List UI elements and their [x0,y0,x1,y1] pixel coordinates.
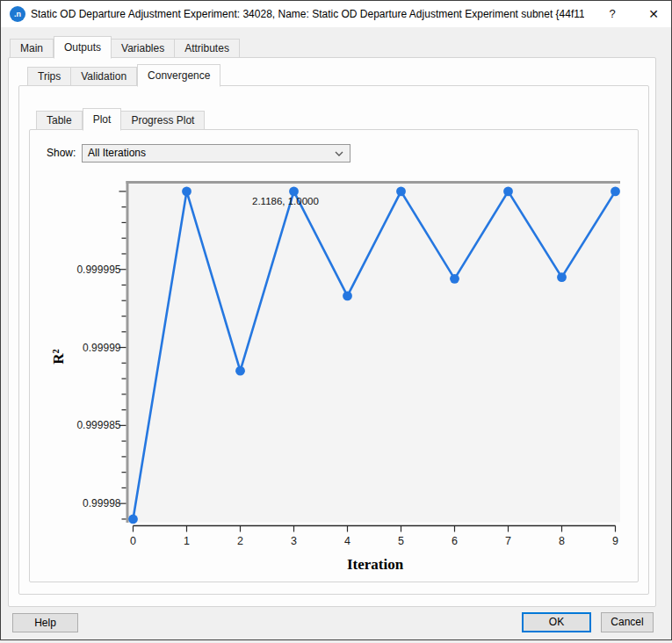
tab-bar-main: Main Outputs Variables Attributes [10,35,240,58]
show-iterations-select[interactable]: All Iterations [82,144,350,163]
help-button[interactable]: Help [12,613,78,632]
tab-validation[interactable]: Validation [71,67,137,86]
close-icon[interactable]: ✕ [637,1,670,27]
ok-button[interactable]: OK [522,612,591,632]
cancel-button[interactable]: Cancel [601,612,654,632]
tab-progress-plot[interactable]: Progress Plot [121,111,205,130]
tab-plot[interactable]: Plot [83,108,122,131]
tab-bar-convergence: Table Plot Progress Plot [36,107,205,130]
show-selected-value: All Iterations [88,147,146,159]
show-label: Show: [47,144,76,163]
window-title: Static OD Departure Adjustment Experimen… [31,1,584,27]
tab-bar-outputs: Trips Validation Convergence [27,63,220,86]
tab-variables[interactable]: Variables [112,39,175,58]
app-icon: .n [10,6,25,22]
tab-table[interactable]: Table [36,111,83,130]
plot-area[interactable] [129,184,621,523]
tab-convergence[interactable]: Convergence [137,64,220,87]
tab-trips[interactable]: Trips [27,67,71,86]
chevron-down-icon [335,151,343,156]
dialog-window: .n Static OD Departure Adjustment Experi… [0,0,672,640]
tab-attributes[interactable]: Attributes [175,39,240,58]
tab-main[interactable]: Main [10,39,54,58]
title-bar: .n Static OD Departure Adjustment Experi… [1,1,671,27]
help-caption-button[interactable]: ? [598,1,626,27]
tab-outputs[interactable]: Outputs [54,36,112,59]
